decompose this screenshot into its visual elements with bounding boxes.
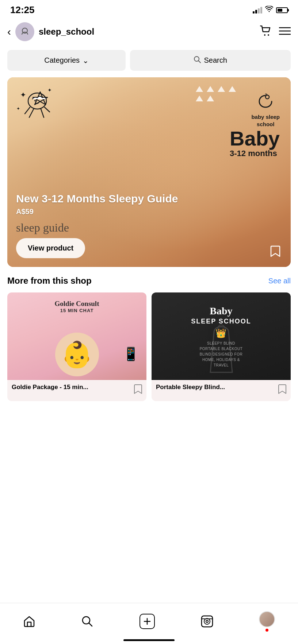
search-button[interactable]: Search <box>130 50 291 71</box>
more-from-shop-section: More from this shop See all 👶 Goldie Con… <box>0 267 298 405</box>
product-2-name: Portable Sleepy Blind... <box>156 384 278 391</box>
hero-product-card[interactable]: ✦ ✦ ✦ baby sleep school Baby <box>7 77 291 267</box>
status-icons <box>253 6 288 14</box>
svg-point-24 <box>204 618 210 624</box>
nav-reels[interactable] <box>195 613 219 630</box>
svg-line-14 <box>45 107 50 112</box>
product-image-1: 👶 Goldie Consult 15 MIN CHAT 📱 <box>7 292 146 380</box>
products-grid: 👶 Goldie Consult 15 MIN CHAT 📱 Goldie Pa… <box>7 292 291 401</box>
svg-text:✦: ✦ <box>47 87 52 93</box>
profile-avatar <box>259 611 275 627</box>
shop-name: sleep_school <box>39 27 260 37</box>
signal-icon <box>253 7 262 13</box>
product-2-bookmark[interactable] <box>278 384 286 396</box>
star-illustration: ✦ ✦ ✦ <box>15 85 66 141</box>
shop-avatar <box>15 22 34 41</box>
wifi-icon <box>265 6 273 14</box>
menu-icon[interactable] <box>279 27 291 36</box>
hero-price: A$59 <box>16 207 282 216</box>
decoration-triangles <box>196 86 240 101</box>
sleep-school-text: SLEEP SCHOOL <box>191 318 251 325</box>
categories-label: Categories <box>44 56 80 65</box>
svg-line-20 <box>89 623 92 626</box>
nav-home[interactable] <box>17 613 41 630</box>
product-1-bookmark[interactable] <box>134 384 142 396</box>
hero-title: New 3-12 Months Sleepy Guide <box>16 192 282 205</box>
hero-product-label: Baby 3-12 months <box>230 128 280 158</box>
more-section-title: More from this shop <box>7 276 92 286</box>
profile-active-dot <box>265 629 268 632</box>
svg-point-2 <box>268 34 269 36</box>
product-script-sub: 15 MIN CHAT <box>7 308 146 313</box>
cart-icon[interactable] <box>260 26 272 38</box>
create-icon <box>140 614 155 629</box>
hero-bottom: New 3-12 Months Sleepy Guide A$59 sleep … <box>16 192 282 258</box>
product-image-2: Baby SLEEP SCHOOL 👑 SLEEPY BLIND PORTABL… <box>152 292 291 380</box>
bookmark-icon[interactable] <box>267 244 283 260</box>
search-icon <box>194 56 201 65</box>
svg-text:✦: ✦ <box>16 106 20 111</box>
nav-bar: ‹ sleep_school <box>0 19 298 45</box>
nav-actions <box>260 26 291 38</box>
product-card-1[interactable]: 👶 Goldie Consult 15 MIN CHAT 📱 Goldie Pa… <box>7 292 146 401</box>
more-header: More from this shop See all <box>7 276 291 286</box>
svg-line-16 <box>41 109 44 117</box>
nav-search[interactable] <box>75 613 99 630</box>
hero-script-text: sleep guide <box>16 221 69 234</box>
svg-line-7 <box>199 61 201 63</box>
product-1-name: Goldie Package - 15 min... <box>12 384 134 391</box>
svg-line-15 <box>29 109 34 117</box>
svg-point-17 <box>265 95 269 99</box>
product-1-script: Goldie Consult 15 MIN CHAT <box>7 300 146 313</box>
chevron-down-icon: ⌄ <box>83 56 89 65</box>
product-script-text: Goldie Consult <box>7 300 146 308</box>
status-bar: 12:25 <box>0 0 298 19</box>
status-time: 12:25 <box>10 4 35 16</box>
svg-point-9 <box>34 100 36 101</box>
svg-rect-23 <box>202 616 213 627</box>
svg-line-13 <box>25 107 30 114</box>
view-product-button[interactable]: View product <box>16 238 85 258</box>
svg-text:✦: ✦ <box>20 91 26 99</box>
product-card-2[interactable]: Baby SLEEP SCHOOL 👑 SLEEPY BLIND PORTABL… <box>152 292 291 401</box>
bag-description: SLEEPY BLIND PORTABLE BLACKOUT BLIND DES… <box>197 341 245 368</box>
see-all-button[interactable]: See all <box>268 277 291 285</box>
categories-button[interactable]: Categories ⌄ <box>7 50 126 71</box>
phone-icon: 📱 <box>123 346 139 362</box>
nav-profile[interactable] <box>253 609 281 634</box>
product-2-text: Baby SLEEP SCHOOL 👑 SLEEPY BLIND PORTABL… <box>184 297 259 375</box>
hero-product-sub-text: 3-12 months <box>230 149 280 158</box>
crown-icon: 👑 <box>191 328 251 338</box>
hero-product-main-text: Baby <box>230 128 280 149</box>
back-button[interactable]: ‹ <box>7 24 15 39</box>
svg-point-1 <box>264 34 265 36</box>
search-label: Search <box>204 56 227 65</box>
baby-face-icon: 👶 <box>55 333 99 376</box>
toolbar: Categories ⌄ Search <box>0 45 298 76</box>
battery-icon <box>276 7 288 13</box>
home-indicator <box>123 639 175 641</box>
hero-brand: baby sleep school <box>251 92 280 128</box>
baby-bag-main-text: Baby <box>191 304 251 318</box>
nav-create[interactable] <box>134 612 161 631</box>
brand-name-text: baby sleep school <box>251 113 280 128</box>
brand-logo-icon <box>251 92 280 113</box>
bottom-navigation <box>0 603 298 644</box>
svg-point-25 <box>206 620 208 622</box>
